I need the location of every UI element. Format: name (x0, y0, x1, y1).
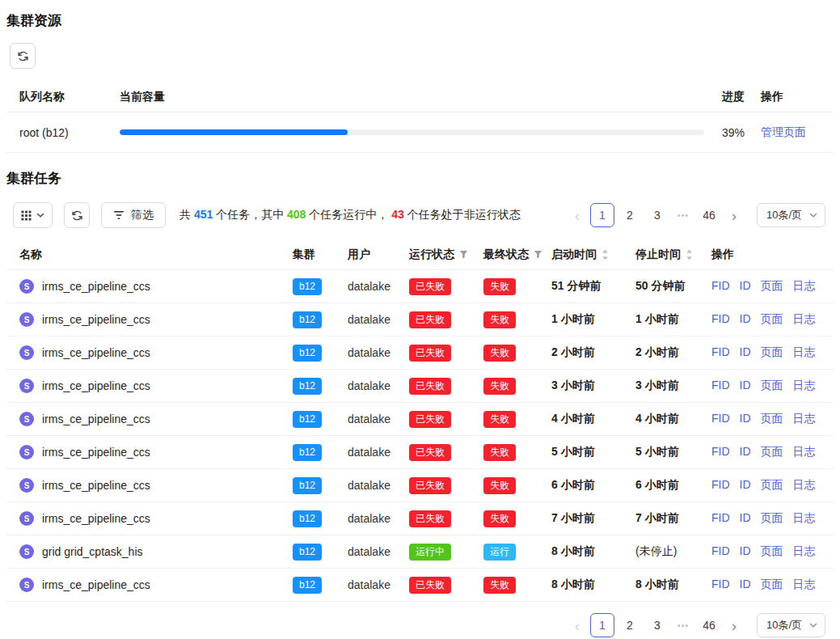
page-link[interactable]: 页面 (761, 279, 783, 294)
log-link[interactable]: 日志 (793, 511, 816, 526)
queue-name: root (b12) (19, 126, 120, 139)
page-button-2[interactable]: 2 (618, 613, 642, 637)
task-name: irms_ce_pipeline_ccs (42, 413, 150, 425)
log-link[interactable]: 日志 (793, 312, 816, 327)
user-name: datalake (348, 313, 409, 326)
col-run-status[interactable]: 运行状态 (409, 248, 483, 262)
column-settings-button[interactable] (13, 202, 53, 228)
col-final-status[interactable]: 最终状态 (483, 248, 551, 262)
stop-time: 2 小时前 (635, 345, 711, 360)
task-row: S irms_ce_pipeline_ccs b12 datalake 已失败 … (6, 403, 834, 436)
fid-link[interactable]: FID (711, 379, 730, 393)
refresh-resources-button[interactable] (10, 43, 36, 69)
final-status-badge: 失败 (483, 444, 516, 461)
fid-link[interactable]: FID (711, 345, 730, 360)
sorter-icon[interactable] (686, 249, 693, 260)
col-start-time[interactable]: 启动时间 (551, 248, 635, 262)
page-link[interactable]: 页面 (761, 511, 783, 526)
page-button-3[interactable]: 3 (645, 203, 669, 227)
log-link[interactable]: 日志 (793, 279, 816, 294)
col-stop-time[interactable]: 停止时间 (635, 248, 711, 262)
page-size-value: 10条/页 (766, 618, 802, 633)
filter-button[interactable]: 筛选 (101, 202, 166, 228)
page-link[interactable]: 页面 (761, 578, 783, 592)
col-queue-name: 队列名称 (19, 90, 120, 104)
page-size-select[interactable]: 10条/页 (757, 203, 825, 227)
id-link[interactable]: ID (740, 578, 751, 592)
task-row: S irms_ce_pipeline_ccs b12 datalake 已失败 … (6, 370, 834, 403)
run-status-badge: 运行中 (409, 544, 451, 561)
prev-page-button[interactable]: ‹ (566, 203, 589, 227)
page-link[interactable]: 页面 (761, 379, 783, 393)
start-time: 7 小时前 (551, 511, 635, 526)
page-button-2[interactable]: 2 (618, 203, 642, 227)
filter-funnel-icon[interactable] (459, 250, 468, 259)
id-link[interactable]: ID (740, 511, 751, 526)
task-name: irms_ce_pipeline_ccs (42, 313, 150, 326)
tasks-table-header: 名称 集群 用户 运行状态 最终状态 启动时间 停止时间 操作 (6, 239, 834, 270)
tasks-table: 名称 集群 用户 运行状态 最终状态 启动时间 停止时间 操作 (6, 239, 834, 602)
page-button-46[interactable]: 46 (697, 613, 721, 637)
next-page-button[interactable]: › (723, 203, 745, 227)
log-link[interactable]: 日志 (793, 578, 816, 592)
fid-link[interactable]: FID (711, 478, 730, 493)
log-link[interactable]: 日志 (793, 544, 816, 559)
start-time: 8 小时前 (551, 578, 635, 592)
log-link[interactable]: 日志 (793, 445, 816, 459)
id-link[interactable]: ID (740, 345, 751, 360)
refresh-tasks-button[interactable] (64, 202, 90, 228)
page-button-46[interactable]: 46 (697, 203, 721, 227)
id-link[interactable]: ID (740, 312, 751, 327)
row-actions: FIDID页面日志 (711, 312, 834, 327)
row-actions: FIDID页面日志 (711, 578, 834, 592)
page-link[interactable]: 页面 (761, 312, 783, 327)
id-link[interactable]: ID (740, 412, 751, 426)
log-link[interactable]: 日志 (793, 379, 816, 393)
id-link[interactable]: ID (740, 279, 751, 294)
page-button-1[interactable]: 1 (590, 613, 614, 637)
final-status-badge: 失败 (483, 345, 516, 362)
sorter-icon[interactable] (602, 249, 609, 260)
fid-link[interactable]: FID (711, 511, 730, 526)
page-button-3[interactable]: 3 (645, 613, 669, 637)
summary-text: 个任务，其中 (213, 208, 287, 221)
task-name: irms_ce_pipeline_ccs (42, 346, 150, 359)
next-page-button[interactable]: › (723, 613, 745, 637)
page-size-select-bottom[interactable]: 10条/页 (757, 613, 825, 637)
fid-link[interactable]: FID (711, 312, 730, 327)
jump-pages-ellipsis[interactable]: ••• (671, 210, 695, 220)
filter-funnel-icon[interactable] (534, 250, 542, 259)
log-link[interactable]: 日志 (793, 478, 816, 493)
fid-link[interactable]: FID (711, 445, 730, 459)
id-link[interactable]: ID (740, 379, 751, 393)
prev-page-button[interactable]: ‹ (566, 613, 589, 637)
id-link[interactable]: ID (740, 478, 751, 493)
log-link[interactable]: 日志 (793, 345, 816, 360)
page-link[interactable]: 页面 (761, 412, 783, 426)
id-link[interactable]: ID (740, 544, 751, 559)
col-resource-action: 操作 (761, 90, 834, 104)
row-actions: FIDID页面日志 (711, 379, 834, 393)
fid-link[interactable]: FID (711, 578, 730, 592)
task-row: S grid grid_cptask_his b12 datalake 运行中 … (6, 535, 834, 569)
task-row: S irms_ce_pipeline_ccs b12 datalake 已失败 … (6, 502, 834, 535)
manage-page-link[interactable]: 管理页面 (761, 125, 806, 138)
start-time: 6 小时前 (551, 478, 635, 493)
run-status-badge: 已失败 (409, 378, 451, 395)
fid-link[interactable]: FID (711, 544, 730, 559)
page-link[interactable]: 页面 (761, 544, 783, 559)
id-link[interactable]: ID (740, 445, 751, 459)
cluster-badge: b12 (293, 278, 322, 295)
page-link[interactable]: 页面 (761, 345, 783, 360)
fid-link[interactable]: FID (711, 279, 730, 294)
cluster-badge: b12 (293, 477, 322, 494)
fid-link[interactable]: FID (711, 412, 730, 426)
page-button-1[interactable]: 1 (590, 203, 614, 227)
jump-pages-ellipsis[interactable]: ••• (671, 620, 695, 630)
avatar: S (19, 312, 34, 327)
page-link[interactable]: 页面 (761, 478, 783, 493)
log-link[interactable]: 日志 (793, 412, 816, 426)
page-link[interactable]: 页面 (761, 445, 783, 459)
col-progress: 进度 (722, 90, 761, 104)
resource-row: root (b12) 39% 管理页面 (6, 112, 834, 153)
